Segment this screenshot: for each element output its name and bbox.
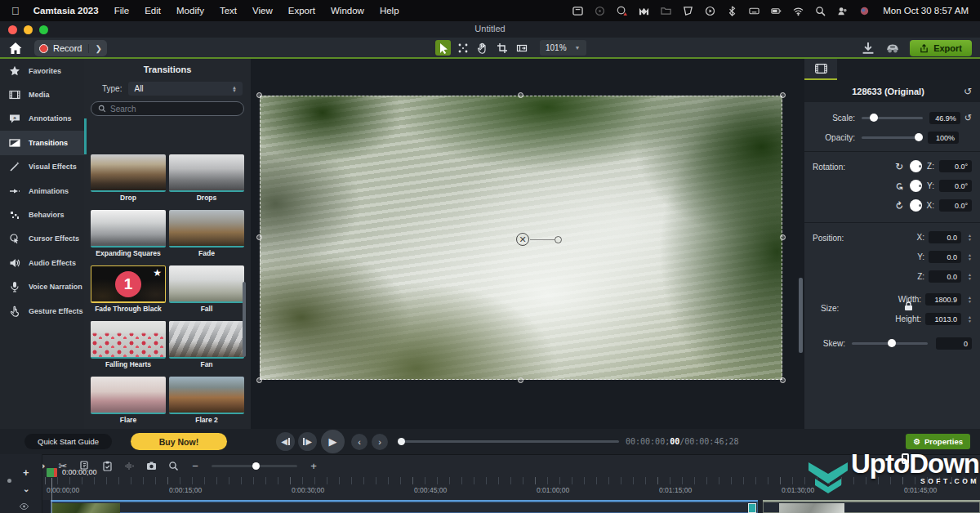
folder-icon[interactable] — [660, 5, 671, 16]
resize-handle-s[interactable] — [518, 377, 523, 383]
rotation-anchor-icon[interactable]: ✕ — [516, 233, 529, 246]
menubar-clock[interactable]: Mon Oct 30 8:57 AM — [883, 6, 969, 16]
opacity-value[interactable]: 100% — [928, 132, 959, 144]
record-chevron-icon[interactable]: ❯ — [88, 44, 101, 53]
canvas-zoom-select[interactable]: 101% ▼ — [540, 40, 586, 56]
paste-icon[interactable] — [101, 461, 113, 472]
play-circle-icon[interactable] — [704, 5, 715, 16]
aspect-lock-icon[interactable] — [904, 301, 913, 311]
transition-item-fade[interactable]: Fade — [169, 210, 244, 257]
resize-handle-ne[interactable] — [780, 92, 786, 98]
resize-handle-nw[interactable] — [256, 92, 262, 98]
transition-item-fade-through-black[interactable]: 1 ★ Fade Through Black — [91, 265, 166, 313]
type-select[interactable]: All ▲▼ — [128, 82, 243, 96]
record-button[interactable]: Record ❯ — [34, 40, 107, 56]
keyboard-icon[interactable] — [748, 5, 760, 16]
properties-button[interactable]: ⚙ Properties — [906, 434, 970, 449]
favorite-star-icon[interactable]: ★ — [153, 267, 162, 279]
playhead-line[interactable] — [51, 478, 52, 513]
menu-item-view[interactable]: View — [252, 6, 273, 16]
quick-start-guide-button[interactable]: Quick Start Guide — [24, 434, 112, 449]
rotation-handle[interactable] — [555, 236, 562, 243]
transition-thumbnail[interactable] — [169, 265, 244, 303]
transition-item-fall[interactable]: Fall — [169, 265, 244, 313]
menu-item-edit[interactable]: Edit — [145, 6, 161, 16]
previous-frame-button[interactable]: ◀ — [276, 432, 295, 451]
skew-value[interactable]: 0 — [936, 337, 972, 350]
battery-icon[interactable] — [770, 5, 782, 16]
menu-item-export[interactable]: Export — [288, 6, 315, 16]
zoom-in-icon[interactable]: + — [308, 461, 319, 472]
transition-item-flare-2[interactable]: Flare 2 — [169, 377, 244, 424]
sidebar-item-media[interactable]: Media — [0, 83, 84, 106]
sidebar-item-audio-effects[interactable]: Audio Effects — [0, 251, 84, 274]
resize-handle-w[interactable] — [256, 234, 262, 240]
node-edit-tool-button[interactable] — [455, 40, 470, 56]
position-z-value[interactable]: 0.0 — [929, 270, 961, 283]
transition-item-fan[interactable]: Fan — [169, 321, 244, 368]
sidebar-item-annotations[interactable]: a Annotations — [0, 107, 84, 131]
disc-icon[interactable] — [594, 5, 605, 16]
menu-item-file[interactable]: File — [114, 6, 130, 16]
shape-icon[interactable] — [682, 5, 693, 16]
width-value[interactable]: 1800.9 — [925, 293, 961, 306]
menu-item-window[interactable]: Window — [331, 6, 364, 16]
rotation-x-value[interactable]: 0.0° — [939, 199, 972, 212]
timeline-zoom-search-icon[interactable] — [167, 461, 179, 472]
rotation-z-knob[interactable] — [910, 160, 922, 172]
rotate-x-icon[interactable]: ↻ — [891, 198, 907, 214]
clip-transition-marker[interactable] — [748, 503, 756, 513]
collapse-tracks-icon[interactable]: ⌄ — [23, 484, 29, 493]
display-icon[interactable] — [572, 5, 583, 16]
stepper-icon[interactable]: ▲▼ — [968, 234, 972, 241]
apple-icon[interactable]:  — [11, 5, 20, 17]
video-clip-on-canvas[interactable]: ✕ — [260, 96, 782, 380]
scale-reset-icon[interactable]: ↺ — [964, 113, 972, 123]
playback-scrubber[interactable] — [399, 440, 619, 443]
skew-slider[interactable] — [852, 342, 928, 345]
device-frame-icon[interactable] — [885, 41, 900, 56]
crop-tool-button[interactable] — [494, 40, 510, 56]
resize-handle-n[interactable] — [518, 92, 523, 98]
download-icon[interactable] — [861, 41, 875, 56]
transition-thumbnail[interactable] — [169, 377, 244, 414]
stepper-icon[interactable]: ▲▼ — [968, 315, 972, 323]
rotation-z-value[interactable]: 0.0° — [939, 160, 972, 172]
timeline-zoom-slider[interactable] — [212, 465, 297, 467]
scrubber-handle[interactable] — [398, 438, 405, 445]
trim-tool-button[interactable] — [514, 40, 529, 56]
transitions-search[interactable] — [91, 101, 244, 116]
transition-item-drops[interactable]: Drops — [169, 154, 244, 202]
tab-visual-properties[interactable] — [804, 59, 837, 80]
canvas[interactable]: ✕ — [251, 59, 804, 429]
transition-thumbnail[interactable] — [91, 154, 166, 192]
transition-item-falling-hearts[interactable]: Falling Hearts — [91, 321, 166, 368]
panel-scrollbar[interactable] — [243, 282, 246, 357]
export-button[interactable]: Export — [910, 40, 972, 56]
stepper-icon[interactable]: ▲▼ — [968, 253, 972, 261]
transition-thumbnail[interactable] — [91, 321, 166, 359]
user-switch-icon[interactable] — [836, 5, 848, 16]
scale-slider[interactable] — [862, 117, 923, 119]
rotation-y-knob[interactable] — [910, 180, 922, 192]
stepper-icon[interactable]: ▲▼ — [968, 273, 972, 280]
track-visibility-eye-icon[interactable] — [20, 503, 29, 510]
opacity-slider[interactable] — [862, 136, 921, 139]
timeline-clip-1[interactable] — [51, 500, 758, 513]
app-menu-title[interactable]: Camtasia 2023 — [33, 6, 99, 16]
zoom-out-icon[interactable]: − — [189, 461, 201, 472]
transition-thumbnail-selected[interactable]: 1 ★ — [91, 265, 166, 303]
step-forward-button[interactable]: ▶ — [298, 432, 317, 451]
sidebar-item-visual-effects[interactable]: Visual Effects — [0, 155, 84, 179]
search-input[interactable] — [110, 105, 237, 114]
canvas-scrollbar[interactable] — [799, 278, 803, 353]
stepper-icon[interactable]: ▲▼ — [968, 296, 972, 303]
menu-item-modify[interactable]: Modify — [176, 6, 204, 16]
home-button[interactable] — [8, 41, 23, 56]
transition-thumbnail[interactable] — [169, 154, 244, 192]
resize-handle-se[interactable] — [780, 377, 786, 383]
sidebar-item-behaviors[interactable]: Behaviors — [0, 203, 84, 226]
rotate-y-icon[interactable]: ↺ — [893, 181, 905, 192]
scale-value[interactable]: 46.9% — [929, 112, 960, 124]
position-x-value[interactable]: 0.0 — [929, 231, 961, 243]
